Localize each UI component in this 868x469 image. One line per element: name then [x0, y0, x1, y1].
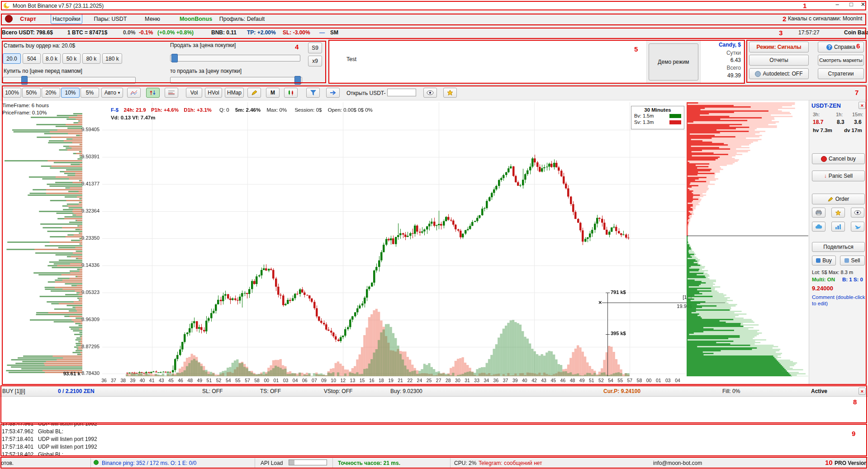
- tab-start[interactable]: Старт: [14, 14, 42, 24]
- time-axis-label: 07: [309, 378, 319, 383]
- buy-sell-arrows-button[interactable]: [146, 88, 160, 98]
- eye-icon: [427, 90, 434, 95]
- close-chart-button[interactable]: ×: [859, 102, 866, 109]
- demo-mode-button[interactable]: Демо режим: [649, 43, 698, 81]
- buy-price-slider[interactable]: [3, 77, 136, 84]
- legend-sell-label: Sv: 1.3m: [634, 119, 654, 125]
- tab-menu[interactable]: Меню: [137, 14, 168, 24]
- ruler-volume-top-label: 791 k$: [611, 289, 626, 295]
- candlestick-chart[interactable]: [102, 102, 686, 376]
- amount-button-180k[interactable]: 180 k: [102, 53, 122, 64]
- then-sell-slider[interactable]: [170, 77, 302, 84]
- x9-button[interactable]: x9: [308, 56, 322, 66]
- time-axis-label: 39: [128, 378, 138, 383]
- time-axis-label: 12: [338, 378, 348, 383]
- tab-settings[interactable]: Настройки: [51, 14, 82, 24]
- then-sell-slider-handle[interactable]: [294, 76, 301, 85]
- time-axis-label: 22: [405, 378, 415, 383]
- stat-15m-label: 15m:: [852, 112, 863, 117]
- order-line-close-icon[interactable]: ×: [598, 299, 602, 306]
- mode-signals-button[interactable]: Режим: Сигналы: [749, 42, 809, 52]
- volume-profile-chart[interactable]: [3, 113, 82, 374]
- open-symbol-input[interactable]: [387, 89, 416, 96]
- candles-view-button[interactable]: [284, 88, 298, 98]
- record-button[interactable]: [5, 15, 13, 23]
- info-24h: 24h: 21.9: [123, 107, 146, 113]
- hmap-button[interactable]: HMap: [225, 88, 244, 98]
- cancel-order-button[interactable]: ×: [859, 388, 866, 395]
- cloud-button[interactable]: [812, 222, 825, 232]
- zoom-50-button[interactable]: 50%: [22, 88, 41, 98]
- indicator-lines-button[interactable]: [127, 88, 141, 98]
- candy-total-label: Всего: [700, 65, 741, 71]
- price-axis-label: 9.41377: [81, 181, 100, 186]
- stats-button[interactable]: [831, 222, 845, 232]
- tab-moonbonus[interactable]: MoonBonus: [176, 14, 215, 24]
- strategy-test-area[interactable]: [329, 40, 647, 84]
- sell-for-slider-handle[interactable]: [171, 54, 178, 62]
- time-axis-label: 45: [166, 378, 176, 383]
- buy-label: Buy: [822, 257, 832, 264]
- cancel-buy-button[interactable]: Cancel buy: [812, 153, 865, 164]
- time-axis-label: 01: [654, 378, 664, 383]
- go-button[interactable]: [326, 88, 340, 98]
- amount-button-20[interactable]: 20.0: [3, 53, 21, 64]
- amount-button-50k[interactable]: 50 k: [62, 53, 81, 64]
- auto-zoom-button[interactable]: Авто▾: [101, 88, 123, 98]
- panel-favorite-button[interactable]: [831, 208, 845, 218]
- time-axis-label: 18: [376, 378, 386, 383]
- panic-sell-button[interactable]: ↓ Panic Sell: [812, 171, 865, 181]
- time-axis-label: 37: [109, 378, 119, 383]
- price-axis-label: 9.59405: [81, 127, 100, 132]
- clock: 17:57:27: [798, 29, 820, 36]
- sell-for-slider[interactable]: [170, 55, 300, 62]
- view-markets-button[interactable]: Смотреть маркеты: [818, 55, 864, 66]
- reports-button[interactable]: Отчеты: [749, 55, 809, 66]
- time-axis-label: 24: [414, 378, 424, 383]
- close-button[interactable]: ×: [859, 0, 868, 9]
- autodetect-button[interactable]: Autodetect: OFF: [749, 68, 809, 79]
- order-button[interactable]: Order: [812, 194, 865, 204]
- watch-button[interactable]: [423, 88, 437, 98]
- filter-button[interactable]: [306, 88, 320, 98]
- sell-button[interactable]: Sell: [840, 256, 865, 265]
- twitter-button[interactable]: [851, 222, 864, 232]
- minimize-button[interactable]: –: [831, 1, 843, 10]
- zoom-20-button[interactable]: 20%: [42, 88, 60, 98]
- share-button[interactable]: Поделиться: [812, 242, 865, 252]
- coin-balance-label[interactable]: Coin Balance: [844, 29, 868, 36]
- time-axis-label: 52: [214, 378, 224, 383]
- levels-button[interactable]: [165, 88, 178, 98]
- print-button[interactable]: [812, 208, 825, 218]
- comment-field[interactable]: Comment (double-click to edit): [812, 294, 865, 307]
- tab-profile[interactable]: Профиль: Default: [217, 14, 267, 24]
- connection-status-icon: [94, 460, 99, 465]
- signal-channels-label: Каналы с сигналами: MoonInt: [788, 15, 862, 22]
- multi-status[interactable]: Multi: ON: [812, 277, 835, 282]
- zoom-10-button[interactable]: 10%: [61, 88, 80, 98]
- panel-watch-button[interactable]: [851, 208, 864, 218]
- maximize-button[interactable]: □: [845, 1, 857, 10]
- s9-button[interactable]: S9: [308, 43, 322, 53]
- vol-button[interactable]: Vol: [186, 88, 202, 98]
- candy-title: Candy, $: [700, 42, 741, 48]
- strategies-button[interactable]: Стратегии: [818, 68, 864, 79]
- amount-button-504[interactable]: 504: [23, 53, 41, 64]
- orderbook-depth-map[interactable]: [687, 102, 808, 376]
- hvol-button[interactable]: HVol: [205, 88, 222, 98]
- log-area[interactable]: 17:53:47.961 UDP will listen port 199217…: [0, 423, 868, 457]
- order-side: BUY [1][i]: [2, 388, 25, 394]
- order-qty: 0 / 2.2100 ZEN: [58, 388, 95, 394]
- buy-button[interactable]: Buy: [812, 256, 836, 265]
- buy-price-slider-handle[interactable]: [21, 76, 28, 85]
- m-button[interactable]: M: [266, 88, 280, 98]
- dv-value: dv 17m: [844, 128, 862, 133]
- status-email: info@moon-bot.com: [653, 460, 702, 466]
- sm-label: SM: [330, 29, 338, 36]
- draw-button[interactable]: [247, 88, 261, 98]
- legend-title: 30 Minutes: [631, 107, 684, 113]
- amount-button-8k[interactable]: 8.0 k: [43, 53, 61, 64]
- zoom-100-button[interactable]: 100%: [3, 88, 21, 98]
- favorite-button[interactable]: [443, 88, 457, 98]
- chart-timeframe-label: TimeFrame: 6 hours: [2, 103, 49, 108]
